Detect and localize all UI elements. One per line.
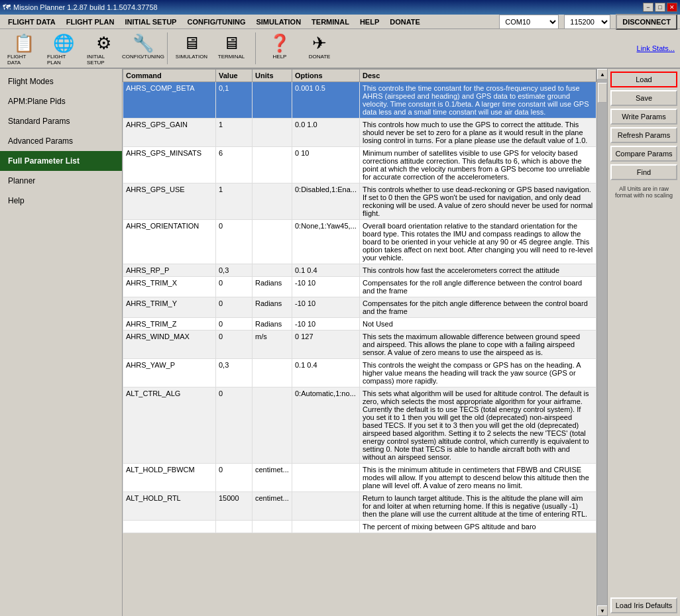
cell-command: AHRS_GPS_GAIN [123, 119, 216, 147]
sidebar: Flight Modes APM:Plane Pids Standard Par… [0, 69, 123, 616]
menu-flight-plan[interactable]: FLIGHT PLAN [61, 17, 120, 27]
menu-donate[interactable]: DONATE [384, 17, 425, 27]
vertical-scrollbar[interactable]: ▲ ▼ [596, 69, 607, 616]
toolbar-help[interactable]: ❓ HELP [261, 31, 298, 66]
sidebar-item-apm-plane-pids[interactable]: APM:Plane Pids [0, 91, 122, 111]
table-row[interactable]: AHRS_COMP_BETA0,10.001 0.5This controls … [123, 82, 596, 119]
write-params-button[interactable]: Write Params [610, 109, 677, 125]
save-button[interactable]: Save [610, 90, 677, 106]
sidebar-item-advanced-params[interactable]: Advanced Params [0, 131, 122, 151]
menu-help[interactable]: HELP [355, 17, 384, 27]
cell-desc: This controls how much to use the GPS to… [359, 119, 596, 147]
toolbar-flight-data[interactable]: 📋 FLIGHT DATA [5, 31, 42, 66]
cell-units [253, 264, 292, 277]
cell-value[interactable]: 0 [216, 297, 253, 318]
cell-options: 0.0 1.0 [292, 119, 360, 147]
donate-icon: ✈ [312, 33, 327, 54]
cell-value[interactable]: 0,1 [216, 82, 253, 119]
table-row[interactable]: AHRS_GPS_MINSATS60 10Minimum number of s… [123, 147, 596, 183]
menu-config-tuning[interactable]: CONFIG/TUNING [182, 17, 251, 27]
cell-value[interactable]: 0 [216, 318, 253, 331]
cell-value[interactable]: 0 [216, 387, 253, 464]
title-bar-controls: − □ ✕ [643, 3, 677, 12]
param-table-scroll[interactable]: Command Value Units Options Desc AHRS_CO… [123, 69, 596, 616]
table-row[interactable]: AHRS_WIND_MAX0m/s0 127This sets the maxi… [123, 331, 596, 359]
table-row[interactable]: AHRS_GPS_USE10:Disabled,1:Ena...This con… [123, 183, 596, 220]
cell-desc: This is the minimum altitude in centimet… [359, 464, 596, 492]
table-row[interactable]: ALT_CTRL_ALG00:Automatic,1:no...This set… [123, 387, 596, 464]
terminal-icon: 🖥 [223, 33, 240, 54]
cell-units [253, 119, 292, 147]
cell-value[interactable]: 0 [216, 464, 253, 492]
cell-command: AHRS_TRIM_Z [123, 318, 216, 331]
toolbar-flight-plan[interactable]: 🌐 FLIGHT PLAN [45, 31, 82, 66]
cell-value[interactable] [216, 521, 253, 533]
cell-value[interactable]: 0 [216, 331, 253, 359]
col-header-command: Command [123, 70, 216, 82]
menu-simulation[interactable]: SIMULATION [251, 17, 306, 27]
sidebar-item-full-parameter-list[interactable]: Full Parameter List [0, 151, 122, 171]
table-row[interactable]: AHRS_TRIM_Y0Radians-10 10Compensates for… [123, 297, 596, 318]
sidebar-item-standard-params[interactable]: Standard Params [0, 111, 122, 131]
cell-command: AHRS_RP_P [123, 264, 216, 277]
cell-value[interactable]: 0,3 [216, 264, 253, 277]
cell-desc: This controls the time constant for the … [359, 82, 596, 119]
toolbar-initial-setup[interactable]: ⚙ INITIAL SETUP [85, 31, 122, 66]
cell-options [292, 521, 360, 533]
scroll-track[interactable] [597, 79, 607, 605]
scroll-thumb[interactable] [598, 83, 607, 103]
cell-desc: Not Used [359, 318, 596, 331]
cell-units: m/s [253, 331, 292, 359]
toolbar-simulation[interactable]: 🖥 SIMULATION [173, 31, 210, 66]
menu-terminal[interactable]: TERMINAL [306, 17, 355, 27]
table-row[interactable]: ALT_HOLD_FBWCM0centimet...This is the mi… [123, 464, 596, 492]
scroll-down-button[interactable]: ▼ [597, 605, 607, 616]
cell-value[interactable]: 0 [216, 277, 253, 297]
cell-command: AHRS_COMP_BETA [123, 82, 216, 119]
menu-initial-setup[interactable]: INITIAL SETUP [119, 17, 182, 27]
sidebar-item-planner[interactable]: Planner [0, 171, 122, 191]
table-row[interactable]: AHRS_ORIENTATION00:None,1:Yaw45,...Overa… [123, 220, 596, 264]
refresh-params-button[interactable]: Refresh Params [610, 127, 677, 143]
cell-command: ALT_HOLD_FBWCM [123, 464, 216, 492]
menu-flight-data[interactable]: FLIGHT DATA [3, 17, 61, 27]
cell-options [292, 464, 360, 492]
table-row[interactable]: AHRS_YAW_P0,30.1 0.4This controls the we… [123, 359, 596, 387]
scroll-up-button[interactable]: ▲ [597, 69, 607, 79]
cell-value[interactable]: 0 [216, 220, 253, 264]
cell-command: AHRS_ORIENTATION [123, 220, 216, 264]
table-row[interactable]: AHRS_RP_P0,30.1 0.4This controls how fas… [123, 264, 596, 277]
table-row[interactable]: AHRS_GPS_GAIN10.0 1.0This controls how m… [123, 119, 596, 147]
cell-desc: This controls whether to use dead-reckon… [359, 183, 596, 220]
minimize-button[interactable]: − [643, 3, 653, 12]
table-row[interactable]: ALT_HOLD_RTL15000centimet...Return to la… [123, 492, 596, 521]
find-button[interactable]: Find [610, 164, 677, 180]
load-iris-defaults-button[interactable]: Load Iris Defaults [610, 597, 677, 613]
panel-spacer [610, 201, 677, 595]
toolbar-separator-1 [167, 32, 168, 64]
toolbar-config-tuning[interactable]: 🔧 CONFIG/TUNING [125, 31, 162, 66]
cell-value[interactable]: 6 [216, 147, 253, 183]
com-port-select[interactable]: COM10 [499, 15, 559, 29]
cell-value[interactable]: 1 [216, 183, 253, 220]
sidebar-item-help[interactable]: Help [0, 191, 122, 211]
maximize-button[interactable]: □ [655, 3, 665, 12]
load-button[interactable]: Load [610, 72, 677, 87]
cell-value[interactable]: 15000 [216, 492, 253, 521]
sidebar-item-flight-modes[interactable]: Flight Modes [0, 72, 122, 91]
cell-command: AHRS_GPS_MINSATS [123, 147, 216, 183]
cell-value[interactable]: 1 [216, 119, 253, 147]
compare-params-button[interactable]: Compare Params [610, 146, 677, 162]
close-button[interactable]: ✕ [667, 3, 677, 12]
disconnect-button[interactable]: DISCONNECT [616, 14, 677, 30]
table-row[interactable]: AHRS_TRIM_Z0Radians-10 10Not Used [123, 318, 596, 331]
toolbar-terminal[interactable]: 🖥 TERMINAL [213, 31, 250, 66]
toolbar-donate[interactable]: ✈ DONATE [301, 31, 338, 66]
link-stats-link[interactable]: Link Stats... [637, 44, 675, 52]
cell-desc: Overall board orientation relative to th… [359, 220, 596, 264]
baud-rate-select[interactable]: 115200 [564, 15, 610, 29]
cell-value[interactable]: 0,3 [216, 359, 253, 387]
cell-options: 0:Automatic,1:no... [292, 387, 360, 464]
table-row[interactable]: The percent of mixing between GPS altitu… [123, 521, 596, 533]
table-row[interactable]: AHRS_TRIM_X0Radians-10 10Compensates for… [123, 277, 596, 297]
